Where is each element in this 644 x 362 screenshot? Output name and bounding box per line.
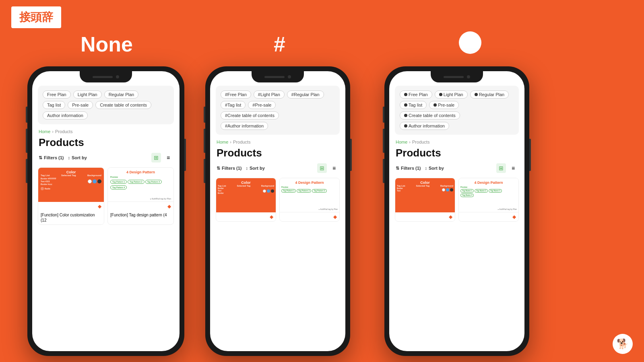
breadcrumb-home-3[interactable]: Home xyxy=(396,140,407,144)
filter-label-3: Filters (1) xyxy=(401,166,421,171)
sort-button-3[interactable]: ↕ Sort by xyxy=(425,166,444,171)
tag-hash-regular-2[interactable]: #Regular Plan xyxy=(287,90,324,99)
phone-content-3: Free Plan Light Plan Regular Plan Tag li… xyxy=(389,71,524,351)
product-label-2b: 4 Design Pattern xyxy=(295,181,324,185)
filter-bar-3: ⇅ Filters (1) ↕ Sort by ⊞ ≡ xyxy=(395,163,519,173)
product-card-1a[interactable]: Color Tag ListSelected TagBackground Bor… xyxy=(38,167,104,225)
list-view-icon-2[interactable]: ≡ xyxy=(329,163,339,173)
product-info-1b: [Function] Tag design pattern (4 xyxy=(108,211,173,219)
product-card-3b[interactable]: 4 Design Pattern Preview Tag Name 1 Tag … xyxy=(458,178,519,222)
breadcrumb-home-1[interactable]: Home xyxy=(39,129,50,134)
diamond-icon-3b: ◆ xyxy=(512,214,516,220)
product-image-3b: 4 Design Pattern Preview Tag Name 1 Tag … xyxy=(459,178,518,212)
grid-view-icon-1[interactable]: ⊞ xyxy=(151,153,161,162)
product-label-3a: Color xyxy=(420,181,430,185)
page-title-3: Products xyxy=(395,147,519,159)
product-label-2a: Color xyxy=(241,181,251,185)
filter-icon-3: ⇅ xyxy=(396,166,399,171)
bullet-dot-2 xyxy=(439,93,442,96)
tag-hash-light-2[interactable]: #Light Plan xyxy=(254,90,285,99)
product-image-3a: Color Tag ListSelected TagBackground Bor… xyxy=(395,178,455,212)
phone-inner-2: #Free Plan #Light Plan #Regular Plan #Ta… xyxy=(210,71,345,351)
list-view-icon-3[interactable]: ≡ xyxy=(508,163,518,173)
tag-bullet-free-3[interactable]: Free Plan xyxy=(400,90,432,99)
grid-view-icon-3[interactable]: ⊞ xyxy=(496,163,506,173)
bullet-dot-7 xyxy=(404,124,407,128)
bullet-dot-6 xyxy=(404,114,407,117)
tag-pre-sale-1[interactable]: Pre-sale xyxy=(68,101,93,109)
notch-3 xyxy=(431,71,483,82)
card-footer-2b: ◆ xyxy=(280,212,339,221)
product-label-1a: Color xyxy=(66,170,76,174)
product-card-3a[interactable]: Color Tag ListSelected TagBackground Bor… xyxy=(395,178,455,222)
breadcrumb-2: Home › Products xyxy=(216,140,340,144)
notch-2 xyxy=(252,71,304,82)
card-footer-3a: ◆ xyxy=(395,212,455,221)
breadcrumb-current-3: Products xyxy=(412,140,429,144)
tag-row-1: Free Plan Light Plan Regular Plan xyxy=(43,90,169,99)
diamond-icon-1a: ◆ xyxy=(98,204,101,209)
bullet-dot-5 xyxy=(433,103,437,107)
tags-area-1: Free Plan Light Plan Regular Plan Tag li… xyxy=(38,86,174,124)
breadcrumb-sep-2: › xyxy=(230,140,231,144)
grid-view-icon-2[interactable]: ⊞ xyxy=(317,163,327,173)
tag-regular-plan-1[interactable]: Regular Plan xyxy=(104,90,139,99)
filter-bar-2: ⇅ Filters (1) ↕ Sort by ⊞ ≡ xyxy=(216,163,340,173)
logo-box: 接頭辞 xyxy=(11,6,61,28)
tag-row-3-3: Create table of contents xyxy=(400,111,514,119)
tag-author-1[interactable]: Author information xyxy=(43,111,88,119)
breadcrumb-home-2[interactable]: Home xyxy=(217,140,228,144)
filter-button-1[interactable]: ⇅ Filters (1) xyxy=(39,155,64,160)
breadcrumb-current-1: Products xyxy=(55,129,72,134)
tag-row-3-1: Free Plan Light Plan Regular Plan xyxy=(400,90,514,99)
product-label-3b: 4 Design Pattern xyxy=(474,181,503,185)
view-icons-2: ⊞ ≡ xyxy=(317,163,339,173)
label-dot-circle xyxy=(459,31,481,54)
sort-icon-2: ↕ xyxy=(246,166,248,171)
tag-hash-toc-2[interactable]: #Create table of contents xyxy=(221,111,279,119)
logo-text: 接頭辞 xyxy=(19,11,53,23)
view-icons-1: ⊞ ≡ xyxy=(151,153,173,162)
sort-label-3: Sort by xyxy=(429,166,444,171)
phone-1: Free Plan Light Plan Regular Plan Tag li… xyxy=(27,66,184,356)
tag-hash-taglist-2[interactable]: #Tag list xyxy=(221,101,246,109)
filter-label-1: Filters (1) xyxy=(44,155,64,160)
filter-button-3[interactable]: ⇅ Filters (1) xyxy=(396,166,421,171)
tag-tag-list-1[interactable]: Tag list xyxy=(43,101,65,109)
product-card-1b[interactable]: 4 Design Pattern Preview Tag Pattern 1 T… xyxy=(107,167,174,225)
tag-hash-free-2[interactable]: #Free Plan xyxy=(221,90,251,99)
phone-content-2: #Free Plan #Light Plan #Regular Plan #Ta… xyxy=(210,71,345,351)
list-view-icon-1[interactable]: ≡ xyxy=(163,153,173,162)
product-label-1b: 4 Design Pattern xyxy=(126,170,155,174)
tag-row-2-3: #Create table of contents xyxy=(221,111,335,119)
phone-inner-3: Free Plan Light Plan Regular Plan Tag li… xyxy=(389,71,524,351)
tag-row-3-4: Author information xyxy=(400,122,514,130)
tag-bullet-presale-3[interactable]: Pre-sale xyxy=(429,101,459,109)
tag-create-toc-1[interactable]: Create table of contents xyxy=(95,101,151,109)
tag-bullet-taglist-3[interactable]: Tag list xyxy=(400,101,427,109)
sort-button-2[interactable]: ↕ Sort by xyxy=(246,166,265,171)
card-footer-1b: ◆ xyxy=(108,202,173,211)
filter-button-2[interactable]: ⇅ Filters (1) xyxy=(217,166,242,171)
product-name-1b: [Function] Tag design pattern (4 xyxy=(110,212,171,218)
product-card-2b[interactable]: 4 Design Pattern Preview Tag Pattern 1 T… xyxy=(279,178,340,222)
tag-light-plan-1[interactable]: Light Plan xyxy=(73,90,102,99)
breadcrumb-sep-3: › xyxy=(409,140,411,144)
tag-hash-presale-2[interactable]: #Pre-sale xyxy=(248,101,276,109)
tag-free-plan-1[interactable]: Free Plan xyxy=(43,90,71,99)
tag-bullet-regular-3[interactable]: Regular Plan xyxy=(470,90,509,99)
product-card-2a[interactable]: Color Tag ListSelected TagBackground Bor… xyxy=(216,178,276,222)
product-image-2a: Color Tag ListSelected TagBackground Bor… xyxy=(216,178,276,212)
bullet-dot-1 xyxy=(404,93,407,96)
tag-bullet-author-3[interactable]: Author information xyxy=(400,122,449,130)
product-name-1a: [Function] Color customization (12 xyxy=(41,212,101,223)
tag-bullet-light-3[interactable]: Light Plan xyxy=(435,90,468,99)
label-hash: # xyxy=(274,32,285,56)
sort-icon-1: ↕ xyxy=(68,155,70,160)
product-image-2b: 4 Design Pattern Preview Tag Pattern 1 T… xyxy=(280,178,339,212)
tag-hash-author-2[interactable]: #Author information xyxy=(221,122,268,130)
tag-bullet-toc-3[interactable]: Create table of contents xyxy=(400,111,460,119)
page-title-2: Products xyxy=(216,147,340,159)
phone-content-1: Free Plan Light Plan Regular Plan Tag li… xyxy=(32,71,180,351)
sort-button-1[interactable]: ↕ Sort by xyxy=(68,155,87,160)
